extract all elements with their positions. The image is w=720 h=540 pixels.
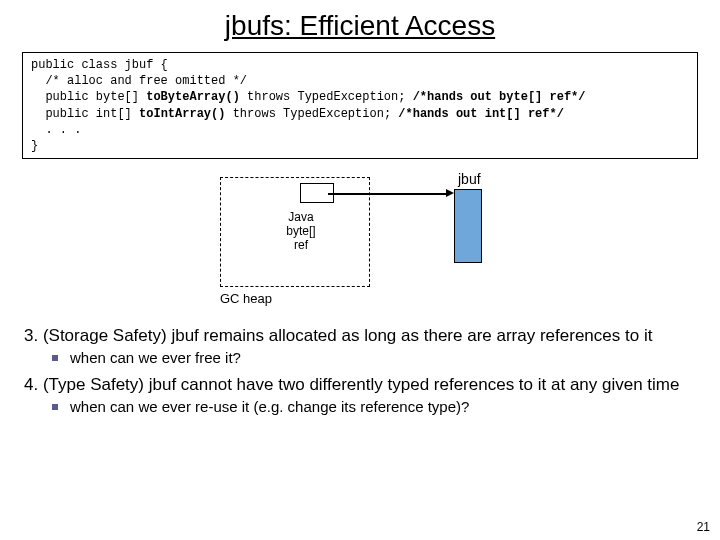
code-line: public int[] [31,107,139,121]
code-line: /* alloc and free omitted */ [31,74,247,88]
jbuf-label: jbuf [458,171,481,187]
code-block: public class jbuf { /* alloc and free om… [22,52,698,159]
java-ref-label: Java byte[] ref [278,211,324,252]
bullet-list: when can we ever re-use it (e.g. change … [52,397,720,417]
point-4: 4. (Type Safety) jbuf cannot have two di… [24,374,696,395]
diagram: GC heap Java byte[] ref jbuf [180,169,540,319]
bullet-list: when can we ever free it? [52,348,720,368]
gc-heap-label: GC heap [220,291,272,306]
code-line: . . . [31,123,81,137]
code-line: } [31,139,38,153]
point-3: 3. (Storage Safety) jbuf remains allocat… [24,325,696,346]
code-comment: /*hands out int[] ref*/ [398,107,564,121]
code-comment: /*hands out byte[] ref*/ [413,90,586,104]
slide-title: jbufs: Efficient Access [0,0,720,48]
code-line: throws TypedException; [240,90,413,104]
code-method: toByteArray() [146,90,240,104]
code-method: toIntArray() [139,107,225,121]
arrow-head-icon [446,189,454,197]
arrow-icon [328,193,448,195]
code-line: throws TypedException; [225,107,398,121]
code-line: public byte[] [31,90,146,104]
list-item: when can we ever free it? [52,348,720,368]
page-number: 21 [697,520,710,534]
list-item: when can we ever re-use it (e.g. change … [52,397,720,417]
code-line: public class jbuf { [31,58,168,72]
jbuf-rect [454,189,482,263]
